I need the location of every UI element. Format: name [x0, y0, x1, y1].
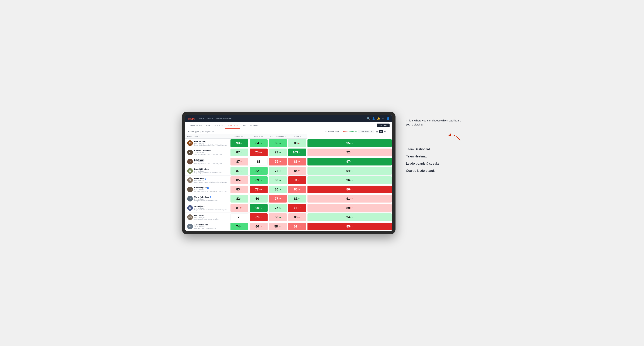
- score-box: 7714▼: [250, 185, 268, 193]
- player-name: Edward Crossman: [194, 150, 228, 152]
- score-box: 7311▼: [250, 149, 268, 156]
- search-icon[interactable]: 🔍: [367, 117, 370, 120]
- table-row[interactable]: ECEdward Crossman1-5 HandicapSunningdale…: [185, 148, 392, 157]
- player-handicap: Plus Handicap: [194, 142, 228, 144]
- player-cell-2: EEElliot Ebert1-5 HandicapSunningdale Go…: [185, 157, 230, 166]
- tab-hcaps[interactable]: Hcaps 1-5: [212, 122, 226, 129]
- player-club: Royal North Devon Golf Club, United King…: [194, 209, 228, 211]
- score-change: 10▼: [298, 179, 301, 181]
- grid-view-button[interactable]: ▦: [376, 130, 379, 133]
- score-cell-8-4: 943▲: [307, 213, 392, 222]
- score-change: 3▼: [279, 198, 281, 199]
- score-change: 8▲: [260, 207, 262, 209]
- score-number: 58: [274, 225, 278, 228]
- add-team-button[interactable]: Add Team: [377, 124, 390, 127]
- table-row[interactable]: JCJosh Coles1-5 HandicapRoyal North Devo…: [185, 203, 392, 213]
- score-change: 11▼: [298, 207, 301, 209]
- score-number: 89: [256, 178, 259, 182]
- score-box: 846▲: [250, 139, 268, 147]
- score-box: 943▲: [308, 213, 392, 221]
- score-box: 5810▲: [269, 223, 287, 230]
- nav-home[interactable]: Home: [198, 117, 204, 120]
- tab-pga[interactable]: PGA: [204, 122, 212, 129]
- score-change: 1▲: [350, 170, 353, 172]
- col-header-putting[interactable]: Putting ▾: [288, 134, 307, 139]
- score-number: 86: [294, 160, 298, 163]
- annotation-item-2: Leaderboards & streaks: [406, 162, 462, 166]
- profile-icon[interactable]: 👤: [372, 117, 375, 120]
- score-number: 84: [256, 142, 259, 145]
- score-cell-7-2: 752▲: [268, 203, 288, 213]
- table-container: Player Quality ▾ Off the Tee ▾ Approach …: [185, 134, 392, 231]
- score-change: 3▼: [279, 161, 281, 163]
- tab-pgat[interactable]: PGAT Players: [188, 122, 204, 129]
- col-header-player[interactable]: Player Quality ▾: [185, 134, 230, 139]
- nav-my-performance[interactable]: My Performance: [216, 117, 232, 120]
- score-number: 61: [256, 216, 259, 219]
- list-view-button[interactable]: ☰: [383, 130, 386, 133]
- score-cell-8-0: 75: [230, 213, 249, 222]
- score-change: 1▼: [260, 226, 262, 227]
- score-number: 83: [236, 188, 240, 191]
- user-avatar-icon[interactable]: 👤: [386, 117, 390, 120]
- table-row[interactable]: CQCharlie Quick✓6-10 HandicapSt. George'…: [185, 185, 392, 194]
- col-header-around-green[interactable]: Around the Green ▾: [268, 134, 288, 139]
- player-name: Chris Robertson✓: [194, 196, 228, 198]
- table-row[interactable]: MMMatt Miller6-10 HandicapWoburn Golf Cl…: [185, 213, 392, 222]
- score-box: 868▼: [308, 185, 392, 193]
- score-cell-6-3: 814▲: [288, 194, 307, 203]
- heatmap-view-button[interactable]: ▤: [379, 130, 383, 133]
- avatar: BM: [187, 140, 193, 146]
- score-box: 801▲: [269, 185, 287, 193]
- score-box: 853▼: [230, 176, 248, 184]
- score-number: 60: [256, 197, 259, 200]
- score-box: 913▼: [308, 195, 392, 202]
- avatar: CQ: [187, 187, 193, 192]
- score-number: 85: [346, 225, 350, 228]
- score-cell-4-4: 963▲: [307, 176, 392, 185]
- player-name: Dave Billingham: [194, 168, 228, 170]
- nav-teams[interactable]: Teams: [207, 117, 213, 120]
- view-icons: ▦ ▤ ☰ ↕: [376, 130, 390, 133]
- table-row[interactable]: DFDavid Ford✓Plus HandicapRoyal North De…: [185, 176, 392, 185]
- player-name: David Ford✓: [194, 177, 228, 180]
- score-change: 1▲: [240, 152, 243, 153]
- score-box: 814▲: [288, 195, 306, 202]
- table-row[interactable]: EEElliot Ebert1-5 HandicapSunningdale Go…: [185, 157, 392, 166]
- score-number: 73: [255, 151, 258, 154]
- logo: clippd: [188, 117, 195, 120]
- score-box: 854▼: [308, 223, 392, 230]
- player-club: Drift Golf Club, United Kingdom: [194, 227, 228, 229]
- last-rounds-button[interactable]: Last Rounds: 20: [358, 130, 374, 133]
- score-change: 3▼: [240, 207, 243, 209]
- sort-button[interactable]: ↕: [387, 130, 390, 133]
- score-box: 874▲: [230, 167, 248, 175]
- col-header-approach[interactable]: Approach ▾: [249, 134, 268, 139]
- table-row[interactable]: DBDave Billingham1-5 HandicapGog Magog G…: [185, 166, 392, 176]
- score-box: 752▲: [269, 204, 287, 212]
- table-row[interactable]: CRChris Robertson✓1-5 HandicapCraigmilla…: [185, 194, 392, 203]
- tab-team-clippd[interactable]: Team Clippd: [226, 122, 240, 129]
- table-row[interactable]: BMBlair McHargPlus HandicapRoyal North D…: [185, 139, 392, 148]
- table-row[interactable]: ANAaron Nicholls11-15 HandicapDrift Golf…: [185, 222, 392, 231]
- player-name: Aaron Nicholls: [194, 224, 228, 226]
- tab-all-players[interactable]: All Players: [248, 122, 262, 129]
- edit-icon[interactable]: ✏: [212, 130, 214, 133]
- settings-icon[interactable]: ⚙: [382, 117, 384, 120]
- col-header-off-tee[interactable]: Off the Tee ▾: [230, 134, 249, 139]
- score-cell-7-0: 813▼: [230, 203, 249, 213]
- score-number: 83: [294, 178, 297, 182]
- score-change: 21▲: [298, 226, 301, 227]
- score-change: 1▲: [279, 170, 281, 172]
- score-cell-7-3: 7111▼: [288, 203, 307, 213]
- score-number: 103: [292, 151, 298, 154]
- score-number: 85: [275, 142, 278, 145]
- score-cell-6-2: 773▼: [268, 194, 288, 203]
- bell-icon[interactable]: 🔔: [377, 117, 380, 120]
- score-change: 14▼: [259, 188, 262, 190]
- score-cell-6-0: 823▲: [230, 194, 249, 203]
- score-cell-0-1: 846▲: [249, 139, 268, 148]
- score-box: 741▲: [269, 167, 287, 175]
- score-box: 934▲: [230, 139, 248, 147]
- tab-tour[interactable]: Tour: [240, 122, 248, 129]
